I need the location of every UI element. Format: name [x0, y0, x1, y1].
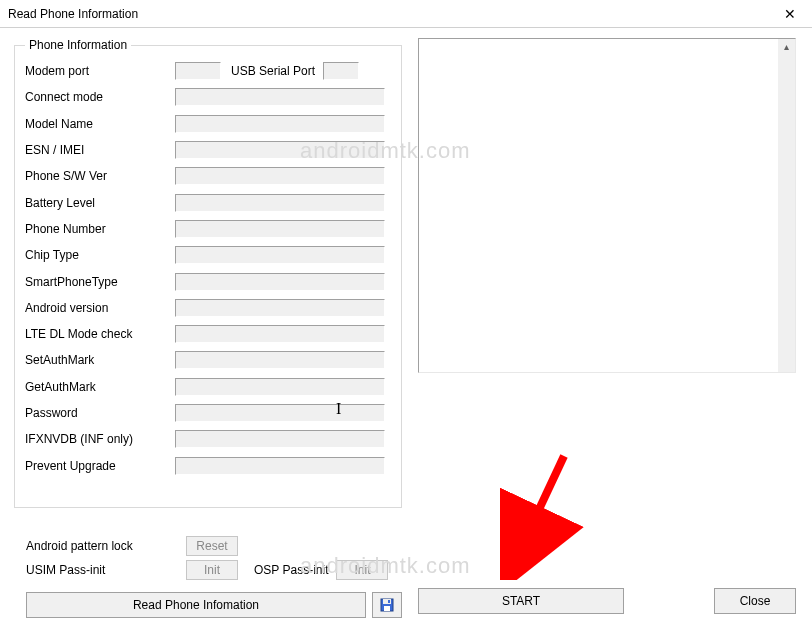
info-row: Connect mode — [25, 84, 391, 110]
info-row: Password — [25, 400, 391, 426]
info-row: Battery Level — [25, 189, 391, 215]
phone-info-legend: Phone Information — [25, 38, 131, 52]
info-label: SetAuthMark — [25, 353, 175, 367]
info-row: Android version — [25, 295, 391, 321]
right-column: ▴ PC Memory check Total Physical memory3… — [418, 38, 796, 626]
info-row: LTE DL Mode check — [25, 321, 391, 347]
phone-information-group: Phone Information Modem port USB Serial … — [14, 38, 402, 508]
osp-init-button[interactable]: Init — [336, 560, 388, 580]
read-row: Read Phone Infomation — [26, 592, 402, 622]
info-value — [175, 141, 385, 159]
info-value — [175, 325, 385, 343]
window-title: Read Phone Information — [8, 7, 138, 21]
titlebar: Read Phone Information ✕ — [0, 0, 812, 28]
info-value — [175, 457, 385, 475]
svg-rect-2 — [384, 606, 390, 611]
info-value — [175, 430, 385, 448]
info-label: LTE DL Mode check — [25, 327, 175, 341]
pattern-lock-row: Android pattern lock Reset — [26, 534, 402, 558]
info-label: Battery Level — [25, 196, 175, 210]
scroll-up-icon[interactable]: ▴ — [778, 41, 795, 52]
info-value — [175, 88, 385, 106]
info-row: GetAuthMark — [25, 374, 391, 400]
info-label: Password — [25, 406, 175, 420]
info-label: Phone S/W Ver — [25, 169, 175, 183]
floppy-disk-icon — [380, 598, 394, 612]
info-value — [175, 246, 385, 264]
info-value — [175, 273, 385, 291]
info-row: IFXNVDB (INF only) — [25, 426, 391, 452]
info-label: IFXNVDB (INF only) — [25, 432, 175, 446]
info-label: Connect mode — [25, 90, 175, 104]
info-label: Prevent Upgrade — [25, 459, 175, 473]
disk-icon-button[interactable] — [372, 592, 402, 618]
info-label: SmartPhoneType — [25, 275, 175, 289]
log-textarea[interactable]: ▴ — [418, 38, 796, 373]
osp-label: OSP Pass-init — [254, 563, 328, 577]
info-value — [175, 299, 385, 317]
bottom-controls: Android pattern lock Reset USIM Pass-ini… — [26, 534, 402, 582]
info-row: Phone S/W Ver — [25, 163, 391, 189]
info-label: ESN / IMEI — [25, 143, 175, 157]
info-label: Chip Type — [25, 248, 175, 262]
start-button[interactable]: START — [418, 588, 624, 614]
info-row: Phone Number — [25, 216, 391, 242]
pattern-lock-label: Android pattern lock — [26, 539, 186, 553]
scrollbar[interactable]: ▴ — [778, 39, 795, 372]
info-value — [175, 378, 385, 396]
info-row: SmartPhoneType — [25, 268, 391, 294]
info-label: Phone Number — [25, 222, 175, 236]
info-row: SetAuthMark — [25, 347, 391, 373]
info-value — [175, 220, 385, 238]
usim-row: USIM Pass-init Init OSP Pass-init Init — [26, 558, 402, 582]
info-value — [175, 194, 385, 212]
info-value — [175, 351, 385, 369]
info-row: Model Name — [25, 111, 391, 137]
close-button[interactable]: Close — [714, 588, 796, 614]
info-row: Prevent Upgrade — [25, 452, 391, 478]
info-label: Android version — [25, 301, 175, 315]
info-label: Model Name — [25, 117, 175, 131]
info-value — [175, 167, 385, 185]
read-phone-info-button[interactable]: Read Phone Infomation — [26, 592, 366, 618]
usim-init-button[interactable]: Init — [186, 560, 238, 580]
modem-port-value — [175, 62, 221, 80]
modem-port-row: Modem port USB Serial Port — [25, 58, 391, 84]
reset-button[interactable]: Reset — [186, 536, 238, 556]
info-label: GetAuthMark — [25, 380, 175, 394]
info-row: ESN / IMEI — [25, 137, 391, 163]
svg-rect-3 — [388, 600, 390, 603]
content-area: Phone Information Modem port USB Serial … — [0, 28, 812, 629]
modem-port-label: Modem port — [25, 64, 175, 78]
usb-serial-label: USB Serial Port — [231, 64, 315, 78]
info-value — [175, 404, 385, 422]
usim-label: USIM Pass-init — [26, 563, 186, 577]
usb-serial-value — [323, 62, 359, 80]
left-column: Phone Information Modem port USB Serial … — [14, 38, 402, 626]
close-icon[interactable]: ✕ — [768, 0, 812, 28]
info-value — [175, 115, 385, 133]
info-row: Chip Type — [25, 242, 391, 268]
